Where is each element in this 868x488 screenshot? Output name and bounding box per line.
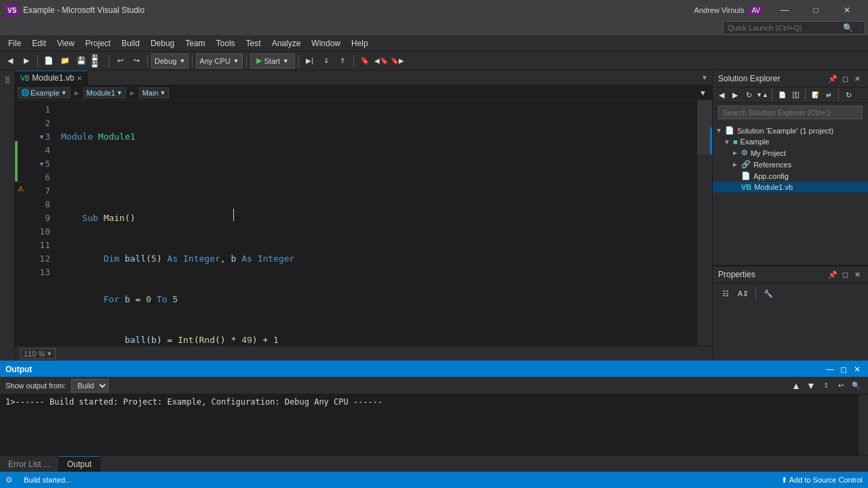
bc-member-dropdown[interactable]: Main ▼ [139, 87, 170, 98]
prop-category-button[interactable]: ☷ [718, 286, 733, 301]
menu-build[interactable]: Build [116, 35, 145, 52]
prev-bookmark-button[interactable]: ◀🔖 [374, 54, 389, 68]
se-sep-2 [805, 89, 806, 101]
tab-dropdown-button[interactable]: ▼ [697, 70, 712, 85]
output-scrollbar[interactable] [859, 394, 868, 455]
code-editor[interactable]: ⚠ 1 2 ▼3 4 ▼5 6 7 8 [15, 100, 712, 346]
output-find[interactable]: 🔍 [849, 379, 863, 392]
prop-pin-button[interactable]: 📌 [827, 269, 838, 280]
minimize-button[interactable]: — [769, 0, 800, 20]
chevron-down-icon: ▼ [179, 58, 185, 64]
output-wrap[interactable]: ↩ [834, 379, 848, 392]
output-scroll-up[interactable]: ▲ [789, 379, 803, 392]
save-button[interactable]: 💾 [74, 54, 89, 68]
tab-error-list[interactable]: Error List ... [0, 456, 59, 472]
code-line-6: ball(b) = Int(Rnd() * 49) + 1 [61, 333, 697, 346]
step-out-button[interactable]: ⇑ [335, 54, 350, 68]
output-close-button[interactable]: ✕ [852, 365, 863, 374]
new-file-button[interactable]: 📄 [41, 54, 56, 68]
margin-line-3 [15, 127, 27, 141]
menu-team[interactable]: Team [180, 35, 210, 52]
step-over-button[interactable]: ▶| [302, 54, 317, 68]
close-button[interactable]: ✕ [831, 0, 863, 20]
prop-close-button[interactable]: ✕ [852, 269, 863, 280]
se-filter-button[interactable]: ⚿ [789, 89, 802, 101]
maximize-button[interactable]: □ [800, 0, 831, 20]
se-refresh-button[interactable]: ↻ [743, 89, 755, 101]
menu-bar: File Edit View Project Build Debug Team … [0, 35, 868, 52]
breadcrumb-bar: 🌐 Example ▼ ► Module1 ▼ ► Main ▼ ▼ [15, 85, 712, 100]
bookmark-button[interactable]: 🔖 [357, 54, 372, 68]
next-bookmark-button[interactable]: 🔖▶ [390, 54, 405, 68]
se-search-input[interactable] [718, 106, 863, 119]
quick-launch-bar: 🔍 [0, 20, 868, 35]
bc-module-dropdown[interactable]: Module1 ▼ [83, 87, 126, 98]
se-show-files-button[interactable]: 📄 [776, 89, 788, 101]
expand-icon-appconfig: ► [732, 172, 738, 180]
menu-edit[interactable]: Edit [26, 35, 52, 52]
output-minimize-button[interactable]: — [825, 365, 835, 374]
se-pin-button[interactable]: 📌 [827, 73, 838, 84]
open-file-button[interactable]: 📁 [58, 54, 73, 68]
se-collapse-button[interactable]: ▼▲ [756, 89, 768, 101]
tree-item-appconfig[interactable]: ► 📄 App.config [713, 170, 868, 182]
output-scroll-down[interactable]: ▼ [804, 379, 818, 392]
se-refresh2-button[interactable]: ↻ [842, 89, 854, 101]
menu-window[interactable]: Window [306, 35, 346, 52]
margin-line-10 [15, 222, 27, 236]
line-num-11: 11 [27, 239, 50, 252]
tree-item-solution[interactable]: ▼ 📄 Solution 'Example' (1 project) [713, 125, 868, 136]
output-source-select[interactable]: Build [71, 379, 108, 392]
redo-button[interactable]: ↪ [129, 54, 144, 68]
menu-tools[interactable]: Tools [211, 35, 241, 52]
output-top[interactable]: ⇧ [819, 379, 833, 392]
menu-analyze[interactable]: Analyze [267, 35, 307, 52]
tree-item-module1vb[interactable]: ► VB Module1.vb [713, 182, 868, 192]
tree-item-references[interactable]: ► 🔗 References [713, 159, 868, 170]
menu-debug[interactable]: Debug [145, 35, 180, 52]
se-float-button[interactable]: ◻ [840, 73, 850, 84]
se-sync-button[interactable]: ⇄ [823, 89, 835, 101]
menu-file[interactable]: File [3, 35, 26, 52]
debug-config-dropdown[interactable]: Debug ▼ [151, 54, 189, 68]
source-control-button[interactable]: ⬆ Add to Source Control [781, 476, 863, 485]
tab-output[interactable]: Output [59, 456, 100, 472]
forward-button[interactable]: ▶ [19, 54, 34, 68]
expand-icon-solution: ▼ [715, 127, 722, 134]
tree-item-myproject[interactable]: ► ⚙ My Project [713, 147, 868, 159]
chevron-down-icon-3: ▼ [283, 58, 289, 64]
se-properties-button[interactable]: 📝 [809, 89, 821, 101]
undo-button[interactable]: ↩ [113, 54, 127, 68]
bc-project-dropdown[interactable]: 🌐 Example ▼ [18, 87, 71, 98]
bc-end-button[interactable]: ▼ [696, 89, 709, 97]
output-float-button[interactable]: ◻ [838, 365, 849, 374]
start-button[interactable]: ▶ Start ▼ [250, 54, 295, 68]
right-panel: Solution Explorer 📌 ◻ ✕ ◀ ▶ ↻ ▼▲ 📄 ⚿ 📝 ⇄ [712, 70, 868, 361]
prop-float-button[interactable]: ◻ [840, 269, 850, 280]
se-forward-button[interactable]: ▶ [729, 89, 741, 101]
menu-test[interactable]: Test [241, 35, 267, 52]
se-tree: ▼ 📄 Solution 'Example' (1 project) ▼ ■ E… [713, 122, 868, 265]
code-line-5: For b = 0 To 5 [61, 293, 697, 306]
expand-icon-myproject: ► [732, 149, 738, 157]
se-close-button[interactable]: ✕ [852, 73, 863, 84]
line-num-1: 1 [27, 103, 50, 117]
quick-launch-input[interactable] [728, 24, 843, 32]
platform-dropdown[interactable]: Any CPU ▼ [196, 54, 242, 68]
back-button[interactable]: ◀ [3, 54, 18, 68]
sidebar-server-explorer[interactable]: SE [3, 73, 12, 87]
prop-wrench-button[interactable]: 🔧 [761, 286, 776, 301]
se-back-button[interactable]: ◀ [715, 89, 728, 101]
code-content[interactable]: Module Module1 Sub Main() Dim ball(5) As… [56, 100, 697, 346]
save-all-button[interactable]: 💾💾 [90, 54, 105, 68]
menu-project[interactable]: Project [80, 35, 116, 52]
tree-item-example[interactable]: ▼ ■ Example [713, 136, 868, 147]
tab-close-button[interactable]: ✕ [77, 75, 82, 82]
menu-help[interactable]: Help [346, 35, 374, 52]
zoom-dropdown[interactable]: 110 % ▼ [20, 348, 56, 359]
scroll-end [698, 336, 712, 346]
step-into-button[interactable]: ⇓ [319, 54, 334, 68]
editor-tab-module1[interactable]: VB Module1.vb ✕ [15, 70, 88, 85]
menu-view[interactable]: View [52, 35, 80, 52]
prop-alpha-button[interactable]: A⇕ [736, 286, 751, 301]
